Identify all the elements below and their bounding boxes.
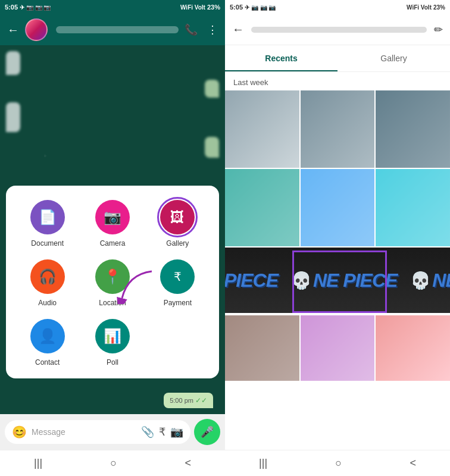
gallery-edit-button[interactable]: ✏: [434, 23, 443, 36]
attach-contact[interactable]: 👤 Contact: [30, 319, 65, 367]
attach-button[interactable]: 📎: [141, 425, 154, 439]
mic-button[interactable]: 🎤: [194, 419, 220, 445]
contact-icon: 👤: [30, 319, 65, 353]
payment-icon: ₹: [160, 259, 195, 294]
poll-label: Poll: [107, 358, 118, 367]
nav-home-button-right[interactable]: ○: [335, 457, 342, 469]
status-time-right: 5:05 ✈ 📷 📷 📷: [230, 4, 276, 11]
gallery-back-button[interactable]: ←: [232, 23, 244, 36]
attach-gallery[interactable]: 🖼 Gallery: [160, 200, 195, 248]
location-icon: 📍: [95, 259, 130, 294]
nav-back-button[interactable]: <: [185, 457, 191, 469]
photo-row-2: [225, 169, 450, 246]
gallery-contact-name: [251, 27, 427, 33]
right-panel: 5:05 ✈ 📷 📷 📷 WiFi Volt 23% ← ✏ Recents G…: [225, 0, 450, 476]
photo-cell-5[interactable]: [301, 169, 375, 246]
rupee-button[interactable]: ₹: [159, 425, 165, 439]
attach-payment[interactable]: ₹ Payment: [160, 259, 195, 307]
menu-icon[interactable]: ⋮: [207, 23, 218, 36]
status-icons-right: WiFi Volt 23%: [407, 4, 445, 11]
camera-label: Camera: [100, 239, 126, 248]
gallery-label: Gallery: [166, 239, 189, 248]
gallery-tabs: Recents Gallery: [225, 45, 450, 72]
attachment-grid: 📄 Document 📷 Camera 🖼 Gallery: [18, 200, 207, 367]
status-time-left: 5:05 ✈ 📷 📷 📷: [5, 4, 51, 11]
chat-header: ← 📞 ⋮: [0, 14, 225, 45]
message-received-1: [6, 51, 20, 75]
contact-name: [56, 26, 179, 33]
one-piece-banner-row[interactable]: 💀 NE PIECE 💀 NE PIECE 💀 NE PIEC: [225, 248, 450, 313]
chat-area: 5:00 pm ✓✓ 📄 Do: [0, 45, 225, 414]
section-label-last-week: Last week: [225, 72, 450, 90]
nav-bar-right: ||| ○ <: [225, 450, 450, 476]
nav-menu-button-right[interactable]: |||: [259, 457, 267, 469]
photo-row-4: [225, 315, 450, 381]
audio-icon: 🎧: [30, 259, 65, 294]
photo-cell-2[interactable]: [301, 90, 375, 168]
nav-home-button[interactable]: ○: [110, 457, 117, 469]
emoji-button[interactable]: 😊: [12, 425, 27, 439]
attachment-menu: 📄 Document 📷 Camera 🖼 Gallery: [6, 186, 219, 378]
camera-icon: 📷: [95, 200, 130, 234]
camera-input-button[interactable]: 📷: [170, 425, 183, 439]
attach-audio[interactable]: 🎧 Audio: [30, 259, 65, 307]
document-label: Document: [31, 239, 64, 248]
message-placeholder[interactable]: Message: [32, 427, 136, 437]
contact-label: Contact: [35, 358, 60, 367]
poll-icon: 📊: [95, 319, 130, 353]
attach-camera[interactable]: 📷 Camera: [95, 200, 130, 248]
avatar: [25, 18, 48, 41]
header-icons: 📞 ⋮: [185, 23, 218, 36]
nav-back-button-right[interactable]: <: [410, 457, 416, 469]
status-icons-left: WiFi Volt 23%: [180, 4, 220, 11]
call-icon[interactable]: 📞: [185, 23, 198, 36]
attach-poll[interactable]: 📊 Poll: [95, 319, 130, 367]
attach-location[interactable]: 📍 Location: [95, 259, 130, 307]
photo-cell-9[interactable]: [376, 315, 450, 381]
audio-label: Audio: [38, 299, 57, 307]
one-piece-banner: 💀 NE PIECE 💀 NE PIECE 💀 NE PIEC: [225, 248, 450, 313]
photo-cell-3[interactable]: [376, 90, 450, 168]
status-bar-right: 5:05 ✈ 📷 📷 📷 WiFi Volt 23%: [225, 0, 450, 14]
message-input-bar: 😊 Message 📎 ₹ 📷 🎤: [0, 414, 225, 450]
tab-recents[interactable]: Recents: [225, 45, 338, 71]
left-panel: 5:05 ✈ 📷 📷 📷 WiFi Volt 23% ← 📞 ⋮: [0, 0, 225, 476]
photo-grid: Last week: [225, 72, 450, 450]
nav-bar-left: ||| ○ <: [0, 450, 225, 476]
message-timestamp: 5:00 pm ✓✓: [164, 393, 213, 408]
message-received-2: [6, 102, 20, 132]
payment-label: Payment: [164, 299, 192, 307]
location-label: Location: [99, 299, 126, 307]
photo-row-1: [225, 90, 450, 168]
attach-document[interactable]: 📄 Document: [30, 200, 65, 248]
tab-gallery[interactable]: Gallery: [338, 45, 450, 71]
message-sent-2: [205, 137, 219, 158]
photo-cell-4[interactable]: [225, 169, 299, 246]
status-bar-left: 5:05 ✈ 📷 📷 📷 WiFi Volt 23%: [0, 0, 225, 14]
photo-cell-6[interactable]: [376, 169, 450, 246]
photo-cell-1[interactable]: [225, 90, 299, 168]
photo-cell-8[interactable]: [301, 315, 375, 381]
document-icon: 📄: [30, 200, 65, 234]
message-sent-1: [205, 80, 219, 98]
message-input-container[interactable]: 😊 Message 📎 ₹ 📷: [5, 420, 190, 444]
mic-icon: 🎤: [201, 425, 214, 439]
back-button[interactable]: ←: [7, 23, 19, 37]
gallery-icon: 🖼: [160, 200, 195, 234]
gallery-header: ← ✏: [225, 14, 450, 45]
nav-menu-button[interactable]: |||: [34, 457, 42, 469]
photo-cell-7[interactable]: [225, 315, 299, 381]
